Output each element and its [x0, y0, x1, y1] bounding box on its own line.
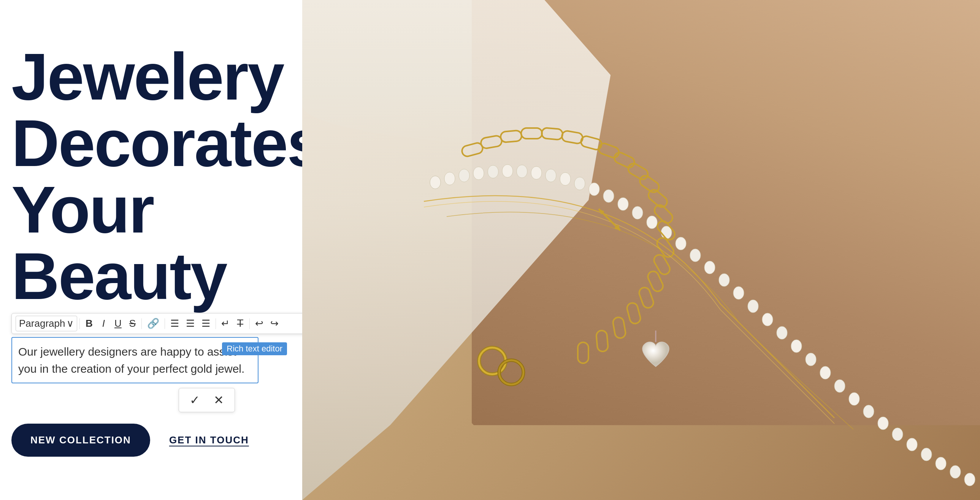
svg-point-21 — [719, 273, 730, 286]
svg-point-12 — [589, 183, 600, 196]
svg-point-67 — [479, 348, 506, 374]
svg-point-38 — [964, 473, 975, 486]
svg-point-18 — [676, 237, 686, 250]
svg-point-37 — [950, 465, 961, 478]
svg-point-34 — [907, 438, 917, 451]
left-panel: Jewelery Decorates Your Beauty Paragraph… — [0, 0, 302, 500]
svg-point-5 — [488, 165, 498, 178]
svg-point-11 — [574, 177, 585, 190]
svg-rect-47 — [613, 151, 636, 170]
svg-point-7 — [517, 165, 527, 178]
svg-point-9 — [546, 169, 556, 182]
link-button[interactable]: 🔗 — [144, 317, 162, 330]
title-line-2: Decorates — [11, 106, 323, 180]
svg-point-23 — [748, 300, 758, 313]
svg-rect-56 — [638, 286, 655, 309]
hero-title: Jewelery Decorates Your Beauty — [11, 43, 287, 309]
clear-format-button[interactable]: T̶ — [234, 317, 247, 330]
paragraph-dropdown[interactable]: Paragraph ∨ — [16, 316, 77, 331]
confirm-toolbar: ✓ ✕ — [179, 388, 235, 412]
svg-rect-42 — [521, 128, 542, 139]
svg-point-35 — [921, 448, 932, 461]
editor-content: Our jewellery designers are happy to ass… — [18, 345, 245, 375]
enter-button[interactable]: ↵ — [218, 317, 233, 330]
svg-point-16 — [647, 216, 657, 229]
svg-point-26 — [791, 340, 802, 352]
title-line-1: Jewelery — [11, 40, 283, 114]
heart-pendant — [643, 330, 669, 367]
confirm-check-button[interactable]: ✓ — [187, 391, 203, 409]
svg-point-14 — [618, 198, 628, 211]
svg-point-33 — [892, 428, 903, 441]
finger-ring-2 — [499, 360, 523, 384]
toolbar-separator-1 — [80, 318, 80, 329]
title-line-3: Your Beauty — [11, 173, 227, 313]
underline-button[interactable]: U — [111, 317, 125, 330]
toolbar-separator-4 — [216, 318, 216, 329]
svg-point-8 — [531, 167, 542, 179]
strikethrough-button[interactable]: S — [126, 317, 139, 330]
svg-point-28 — [820, 366, 830, 379]
svg-point-19 — [690, 249, 701, 262]
svg-point-20 — [705, 261, 715, 274]
rich-text-badge: Rich text editor — [222, 342, 287, 355]
jewelry-svg — [302, 0, 980, 500]
svg-rect-41 — [500, 130, 522, 143]
italic-button[interactable]: I — [97, 317, 110, 330]
cta-row: NEW COLLECTION GET IN TOUCH — [11, 424, 287, 457]
svg-point-2 — [444, 172, 455, 185]
text-editor-box[interactable]: Our jewellery designers are happy to ass… — [11, 337, 258, 383]
ordered-list-button[interactable]: ☰ — [183, 317, 198, 330]
svg-point-15 — [632, 206, 643, 219]
svg-point-3 — [459, 169, 469, 182]
svg-rect-46 — [597, 142, 620, 159]
svg-point-10 — [560, 173, 571, 186]
svg-point-30 — [849, 392, 859, 405]
get-in-touch-button[interactable]: GET IN TOUCH — [169, 434, 249, 446]
dropdown-arrow-icon: ∨ — [67, 317, 74, 329]
svg-rect-57 — [626, 302, 641, 324]
new-collection-button[interactable]: NEW COLLECTION — [11, 424, 150, 457]
svg-point-1 — [430, 176, 441, 189]
svg-rect-48 — [627, 162, 650, 181]
finger-ring — [479, 348, 506, 374]
jewelry-background — [302, 0, 980, 500]
svg-point-4 — [473, 167, 484, 180]
svg-point-22 — [733, 286, 744, 299]
toolbar-separator-3 — [165, 318, 165, 329]
svg-point-32 — [878, 417, 888, 430]
toolbar-separator-2 — [142, 318, 142, 329]
svg-point-24 — [762, 313, 773, 326]
svg-point-27 — [805, 353, 816, 366]
redo-button[interactable]: ↪ — [267, 317, 282, 330]
svg-rect-44 — [561, 130, 584, 144]
bullet-list-button[interactable]: ☰ — [167, 317, 182, 330]
svg-point-36 — [935, 457, 946, 470]
svg-point-69 — [499, 360, 523, 384]
pearl-necklace — [430, 165, 975, 486]
rich-text-toolbar: Paragraph ∨ B I U S 🔗 ☰ ☰ ☰ ↵ T̶ ↩ ↪ — [11, 313, 312, 334]
svg-rect-60 — [578, 342, 589, 363]
svg-point-13 — [603, 190, 614, 203]
undo-button[interactable]: ↩ — [252, 317, 266, 330]
svg-rect-40 — [480, 135, 503, 149]
align-button[interactable]: ☰ — [199, 317, 213, 330]
toolbar-separator-5 — [249, 318, 250, 329]
paragraph-label: Paragraph — [19, 317, 65, 329]
svg-rect-58 — [612, 316, 627, 339]
paperclip-chain — [461, 128, 677, 363]
svg-point-25 — [776, 326, 787, 339]
svg-point-31 — [863, 405, 874, 418]
svg-rect-43 — [541, 128, 563, 140]
right-panel-image — [302, 0, 980, 500]
bold-button[interactable]: B — [82, 317, 96, 330]
confirm-close-button[interactable]: ✕ — [211, 391, 227, 409]
svg-point-6 — [502, 165, 513, 178]
svg-point-29 — [834, 379, 845, 392]
text-editor-area: Our jewellery designers are happy to ass… — [11, 337, 287, 383]
svg-rect-59 — [596, 330, 609, 352]
